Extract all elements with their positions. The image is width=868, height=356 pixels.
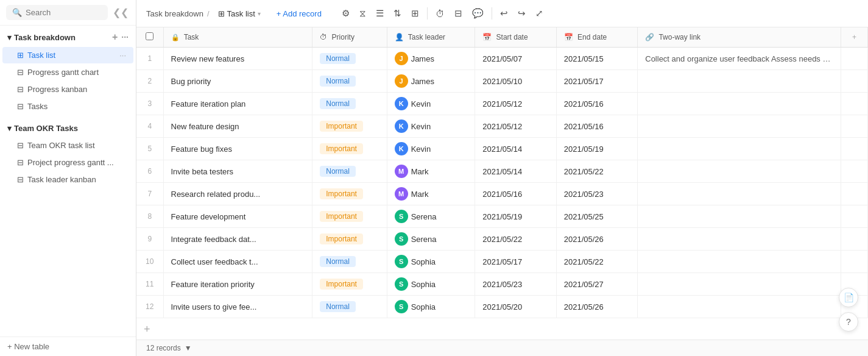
link-cell[interactable]: Collect and organize user feedback Asses… [638, 48, 841, 70]
task-cell[interactable]: New feature design [163, 115, 312, 138]
task-cell[interactable]: Integrate feedback dat... [163, 228, 312, 251]
task-cell[interactable]: Collect user feedback t... [163, 251, 312, 273]
priority-cell[interactable]: Normal [312, 296, 387, 318]
priority-cell[interactable]: Normal [312, 48, 387, 70]
end-date-cell[interactable]: 2021/05/23 [556, 183, 638, 205]
leader-cell[interactable]: K Kevin [387, 138, 475, 160]
sort-button[interactable]: ⇅ [389, 5, 406, 22]
task-cell[interactable]: Feature iteration plan [163, 93, 312, 115]
leader-cell[interactable]: S Sophia [387, 296, 475, 318]
link-cell[interactable] [638, 70, 841, 93]
priority-cell[interactable]: Normal [312, 160, 387, 183]
priority-cell[interactable]: Important [312, 273, 387, 296]
task-cell[interactable]: Feature development [163, 205, 312, 228]
end-date-cell[interactable]: 2021/05/22 [556, 160, 638, 183]
priority-cell[interactable]: Normal [312, 251, 387, 273]
start-date-cell[interactable]: 2021/05/19 [475, 205, 557, 228]
link-cell[interactable] [638, 160, 841, 183]
priority-cell[interactable]: Important [312, 138, 387, 160]
col-task-leader[interactable]: 👤 Task leader [387, 27, 475, 48]
col-two-way-link[interactable]: 🔗 Two-way link [638, 27, 841, 48]
start-date-cell[interactable]: 2021/05/16 [475, 183, 557, 205]
floating-help-button[interactable]: ? [839, 312, 858, 332]
settings-button[interactable]: ⚙ [337, 5, 354, 22]
sidebar-item-progress-gantt[interactable]: ⊟ Progress gantt chart [2, 64, 133, 80]
start-date-cell[interactable]: 2021/05/22 [475, 228, 557, 251]
leader-cell[interactable]: S Sophia [387, 273, 475, 296]
sidebar-item-tasks[interactable]: ⊟ Tasks [2, 98, 133, 115]
start-date-cell[interactable]: 2021/05/20 [475, 296, 557, 318]
col-end-date[interactable]: 📅 End date [556, 27, 638, 48]
end-date-cell[interactable]: 2021/05/25 [556, 205, 638, 228]
link-cell[interactable] [638, 205, 841, 228]
view-selector[interactable]: ⊞ Task list ▾ [213, 7, 266, 21]
priority-cell[interactable]: Important [312, 115, 387, 138]
link-cell[interactable] [638, 93, 841, 115]
task-cell[interactable]: Feature bug fixes [163, 138, 312, 160]
sidebar-item-task-leader-kanban[interactable]: ⊟ Task leader kanban [2, 171, 133, 188]
task-cell[interactable]: Review new features [163, 48, 312, 70]
search-box[interactable]: 🔍 [6, 5, 108, 20]
end-date-cell[interactable]: 2021/05/26 [556, 296, 638, 318]
records-chevron[interactable]: ▼ [185, 344, 192, 352]
link-cell[interactable] [638, 115, 841, 138]
item-more-icon[interactable]: ··· [119, 51, 126, 60]
link-cell[interactable] [638, 273, 841, 296]
group-more-icon[interactable]: ··· [121, 32, 129, 42]
end-date-cell[interactable]: 2021/05/26 [556, 228, 638, 251]
link-cell[interactable] [638, 228, 841, 251]
task-cell[interactable]: Invite users to give fee... [163, 296, 312, 318]
start-date-cell[interactable]: 2021/05/14 [475, 160, 557, 183]
link-cell[interactable] [638, 296, 841, 318]
start-date-cell[interactable]: 2021/05/12 [475, 93, 557, 115]
link-cell[interactable] [638, 183, 841, 205]
start-date-cell[interactable]: 2021/05/07 [475, 48, 557, 70]
task-cell[interactable]: Research related produ... [163, 183, 312, 205]
priority-cell[interactable]: Important [312, 228, 387, 251]
col-task[interactable]: 🔒 Task [163, 27, 312, 48]
expand-button[interactable]: ⤢ [531, 5, 548, 22]
new-table-button[interactable]: + New table [0, 336, 136, 356]
add-row-button[interactable]: + [136, 318, 868, 340]
end-date-cell[interactable]: 2021/05/22 [556, 251, 638, 273]
sidebar-item-team-okr-task-list[interactable]: ⊟ Team OKR task list [2, 137, 133, 154]
leader-cell[interactable]: S Serena [387, 228, 475, 251]
start-date-cell[interactable]: 2021/05/17 [475, 251, 557, 273]
leader-cell[interactable]: K Kevin [387, 115, 475, 138]
redo-button[interactable]: ↪ [513, 5, 530, 22]
sidebar-item-progress-kanban[interactable]: ⊟ Progress kanban [2, 81, 133, 98]
priority-cell[interactable]: Important [312, 183, 387, 205]
col-priority[interactable]: ⏱ Priority [312, 27, 387, 48]
sidebar-group-header-team-okr[interactable]: ▾ Team OKR Tasks [0, 120, 136, 137]
col-start-date[interactable]: 📅 Start date [475, 27, 557, 48]
leader-cell[interactable]: M Mark [387, 160, 475, 183]
end-date-cell[interactable]: 2021/05/27 [556, 273, 638, 296]
priority-cell[interactable]: Normal [312, 93, 387, 115]
task-cell[interactable]: Invite beta testers [163, 160, 312, 183]
end-date-cell[interactable]: 2021/05/17 [556, 70, 638, 93]
fields-button[interactable]: ☰ [372, 5, 388, 22]
clock-button[interactable]: ⏱ [431, 5, 449, 22]
end-date-cell[interactable]: 2021/05/16 [556, 93, 638, 115]
add-column-button[interactable]: + [841, 27, 868, 48]
table-view-button[interactable]: ⊟ [450, 5, 467, 22]
chat-button[interactable]: 💬 [468, 5, 488, 22]
undo-button[interactable]: ↩ [496, 5, 512, 22]
link-cell[interactable] [638, 138, 841, 160]
start-date-cell[interactable]: 2021/05/23 [475, 273, 557, 296]
start-date-cell[interactable]: 2021/05/12 [475, 115, 557, 138]
task-cell[interactable]: Feature iteration priority [163, 273, 312, 296]
leader-cell[interactable]: J James [387, 48, 475, 70]
leader-cell[interactable]: M Mark [387, 183, 475, 205]
task-cell[interactable]: Bug priority [163, 70, 312, 93]
collapse-sidebar-button[interactable]: ❮❮ [111, 5, 130, 20]
filter-button[interactable]: ⧖ [355, 5, 370, 22]
search-input[interactable] [26, 8, 102, 17]
floating-page-button[interactable]: 📄 [839, 288, 858, 307]
end-date-cell[interactable]: 2021/05/19 [556, 138, 638, 160]
end-date-cell[interactable]: 2021/05/15 [556, 48, 638, 70]
sidebar-item-project-progress-gantt[interactable]: ⊟ Project progress gantt ... [2, 154, 133, 171]
sidebar-group-header-task-breakdown[interactable]: ▾ Task breakdown + ··· [0, 28, 136, 46]
leader-cell[interactable]: K Kevin [387, 93, 475, 115]
leader-cell[interactable]: S Serena [387, 205, 475, 228]
